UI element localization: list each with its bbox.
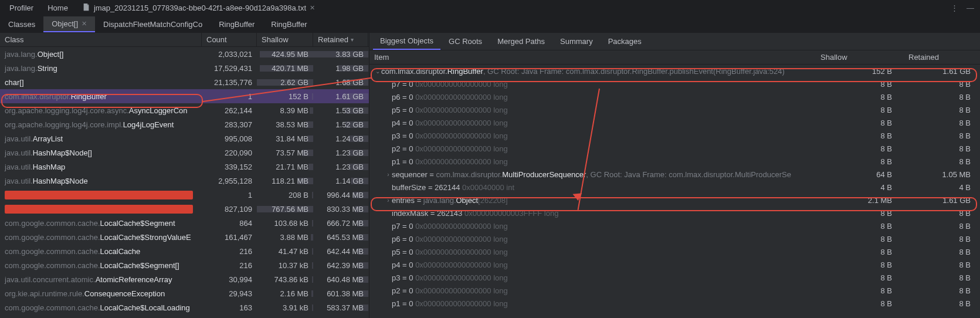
tree-row[interactable]: ›sequencer = com.lmax.disruptor.MultiPro… xyxy=(369,168,980,181)
close-icon[interactable]: ✕ xyxy=(310,4,315,12)
tab-file[interactable]: jmap_20231215_077839ac-bbe0-42f1-a8ee-90… xyxy=(75,0,322,16)
tree-row[interactable]: p2 = 0 0x0000000000000000 long8 B8 B xyxy=(369,142,980,155)
th-shallow[interactable]: Shallow xyxy=(816,50,904,64)
tree-row[interactable]: ›entries = java.lang.Object[262208]2.1 M… xyxy=(369,194,980,207)
col-count[interactable]: Count xyxy=(202,33,257,46)
tree-row[interactable]: p5 = 0 0x0000000000000000 long8 B8 B xyxy=(369,245,980,258)
class-row[interactable]: java.lang.String17,529,431420.71 MB1.98 … xyxy=(0,61,369,75)
class-table: Class Count Shallow Retained java.lang.O… xyxy=(0,33,369,318)
tree-row[interactable]: ⌄com.lmax.disruptor.RingBuffer, GC Root:… xyxy=(369,65,980,77)
tree-row[interactable]: p1 = 0 0x0000000000000000 long8 B8 B xyxy=(369,155,980,168)
class-row[interactable]: com.google.common.cache.LocalCache$Segme… xyxy=(0,216,369,230)
chevron-icon[interactable]: ⌄ xyxy=(374,68,381,75)
chevron-icon[interactable]: › xyxy=(385,171,392,178)
class-row[interactable]: char[]21,135,7762.62 GB1.68 GB xyxy=(0,75,369,89)
tree-row[interactable]: bufferSize = 262144 0x00040000 int4 B4 B xyxy=(369,181,980,194)
object-pane: Biggest ObjectsGC RootsMerged PathsSumma… xyxy=(369,33,980,318)
object-tab-gc-roots[interactable]: GC Roots xyxy=(442,33,489,49)
object-tab-biggest-objects[interactable]: Biggest Objects xyxy=(373,33,440,50)
sub-tab-dispatchfleetmatchconfigco[interactable]: DispatchFleetMatchConfigCo xyxy=(95,17,211,32)
tree-row[interactable]: p3 = 0 0x0000000000000000 long8 B8 B xyxy=(369,129,980,142)
class-row[interactable]: org.apache.logging.log4j.core.async.Asyn… xyxy=(0,103,369,117)
sub-tab-object[][interactable]: Object[]✕ xyxy=(43,16,95,32)
class-row[interactable]: com.google.common.cache.LocalCache$Stron… xyxy=(0,230,369,244)
tree-row[interactable]: indexMask = 262143 0x000000000003FFFF lo… xyxy=(369,207,980,219)
tree-row[interactable]: p3 = 0 0x0000000000000000 long8 B8 B xyxy=(369,271,980,284)
class-row[interactable]: com.google.common.cache.LocalCache$Segme… xyxy=(0,258,369,272)
class-row[interactable]: java.lang.Object[]2,033,021424.95 MB3.83… xyxy=(0,47,369,61)
file-name: jmap_20231215_077839ac-bbe0-42f1-a8ee-90… xyxy=(94,4,306,12)
class-row[interactable]: java.util.HashMap339,15221.71 MB1.23 GB xyxy=(0,160,369,174)
class-row[interactable]: com.google.common.cache.LocalCache21641.… xyxy=(0,244,369,258)
redacted-class xyxy=(5,205,193,214)
tree-row[interactable]: p6 = 0 0x0000000000000000 long8 B8 B xyxy=(369,232,980,245)
tree-row[interactable]: p5 = 0 0x0000000000000000 long8 B8 B xyxy=(369,103,980,116)
object-tab-packages[interactable]: Packages xyxy=(601,33,649,49)
class-row[interactable]: java.util.HashMap$Node2,955,128118.21 MB… xyxy=(0,174,369,188)
class-row[interactable]: com.google.common.cache.LocalCache$Local… xyxy=(0,300,369,314)
class-row[interactable]: 1208 B996.44 MB xyxy=(0,188,369,202)
class-row[interactable]: org.apache.logging.log4j.core.impl.Log4j… xyxy=(0,117,369,131)
tree-row[interactable]: p7 = 0 0x0000000000000000 long8 B8 B xyxy=(369,77,980,90)
class-row[interactable]: 827,109767.56 MB830.33 MB xyxy=(0,202,369,216)
file-icon xyxy=(82,3,90,13)
sub-tab-classes[interactable]: Classes xyxy=(0,17,43,32)
object-tab-merged-paths[interactable]: Merged Paths xyxy=(490,33,552,49)
tree-row[interactable]: p4 = 0 0x0000000000000000 long8 B8 B xyxy=(369,116,980,129)
close-icon[interactable]: ✕ xyxy=(82,20,87,28)
class-row[interactable]: java.util.ArrayList995,00831.84 MB1.24 G… xyxy=(0,131,369,146)
tab-home[interactable]: Home xyxy=(40,0,75,16)
tab-profiler[interactable]: Profiler xyxy=(2,0,40,16)
more-icon[interactable]: ⋮ xyxy=(951,4,958,12)
th-item[interactable]: Item xyxy=(369,50,816,64)
tree-header: Item Shallow Retained xyxy=(369,50,980,65)
class-row[interactable]: org.kie.api.runtime.rule.ConsequenceExce… xyxy=(0,286,369,300)
col-shallow[interactable]: Shallow xyxy=(257,33,313,46)
redacted-class xyxy=(5,191,193,199)
class-row[interactable]: java.util.concurrent.atomic.AtomicRefere… xyxy=(0,272,369,286)
sub-tab-ringbuffer[interactable]: RingBuffer xyxy=(263,17,315,32)
sub-tab-ringbuffer[interactable]: RingBuffer xyxy=(211,17,263,32)
tree-row[interactable]: p7 = 0 0x0000000000000000 long8 B8 B xyxy=(369,219,980,232)
tree-row[interactable]: p1 = 0 0x0000000000000000 long8 B8 B xyxy=(369,297,980,310)
th-retained[interactable]: Retained xyxy=(904,50,980,64)
sub-tab-bar: ClassesObject[]✕DispatchFleetMatchConfig… xyxy=(0,16,980,33)
class-table-header: Class Count Shallow Retained xyxy=(0,33,369,47)
top-tab-bar: Profiler Home jmap_20231215_077839ac-bbe… xyxy=(0,0,980,16)
chevron-icon[interactable]: › xyxy=(385,197,392,204)
minimize-icon[interactable]: — xyxy=(967,4,974,12)
object-tab-bar: Biggest ObjectsGC RootsMerged PathsSumma… xyxy=(369,33,980,50)
object-tab-summary[interactable]: Summary xyxy=(553,33,600,49)
tree-row[interactable]: p4 = 0 0x0000000000000000 long8 B8 B xyxy=(369,258,980,271)
col-class[interactable]: Class xyxy=(0,33,202,46)
class-row[interactable]: java.util.HashMap$Node[]220,09073.57 MB1… xyxy=(0,146,369,160)
col-retained[interactable]: Retained xyxy=(313,33,368,46)
class-row[interactable]: com.lmax.disruptor.RingBuffer1152 B1.61 … xyxy=(0,89,369,103)
annotation-arrowhead-2 xyxy=(572,193,582,201)
tree-row[interactable]: p2 = 0 0x0000000000000000 long8 B8 B xyxy=(369,284,980,297)
tree-row[interactable]: p6 = 0 0x0000000000000000 long8 B8 B xyxy=(369,90,980,103)
